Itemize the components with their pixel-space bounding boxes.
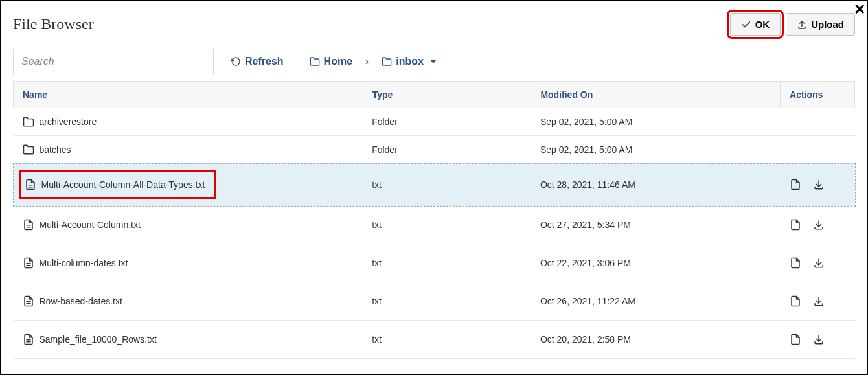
- upload-button-label: Upload: [811, 19, 844, 30]
- column-header-name[interactable]: Name: [14, 82, 363, 108]
- view-file-icon[interactable]: [790, 334, 801, 345]
- check-icon: [741, 19, 751, 30]
- folder-icon: [23, 116, 34, 128]
- file-name: batches: [40, 144, 71, 155]
- file-table: Name Type Modified On Actions archiveres…: [13, 81, 855, 359]
- file-icon: [23, 257, 34, 269]
- refresh-label: Refresh: [245, 56, 284, 67]
- file-name: Multi-Account-Column-All-Data-Types.txt: [41, 179, 205, 190]
- close-icon[interactable]: ✕: [854, 1, 865, 18]
- breadcrumb-chevron-icon: ›: [363, 56, 371, 67]
- row-actions: [790, 179, 846, 190]
- refresh-button[interactable]: Refresh: [227, 53, 288, 70]
- upload-button[interactable]: Upload: [786, 13, 855, 36]
- file-icon: [23, 295, 34, 307]
- folder-icon: [23, 144, 34, 155]
- current-folder-label: inbox: [396, 56, 424, 67]
- file-type: Folder: [363, 136, 531, 164]
- column-header-type[interactable]: Type: [363, 82, 531, 108]
- view-file-icon[interactable]: [790, 257, 801, 269]
- download-icon[interactable]: [813, 219, 825, 231]
- file-name: archiverestore: [40, 117, 97, 127]
- breadcrumb-current-folder[interactable]: inbox: [378, 53, 440, 70]
- file-name: Multi-column-dates.txt: [40, 258, 128, 268]
- header-buttons: OK Upload: [730, 13, 855, 36]
- table-row[interactable]: Multi-Account-Column.txttxtOct 27, 2021,…: [14, 206, 855, 244]
- search-input[interactable]: [13, 49, 214, 74]
- file-type: txt: [363, 206, 531, 244]
- row-actions: [790, 257, 846, 269]
- page-title: File Browser: [13, 16, 94, 33]
- header: File Browser OK Upload: [1, 1, 867, 42]
- file-modified: Oct 20, 2021, 2:58 PM: [531, 321, 781, 359]
- upload-icon: [797, 19, 807, 30]
- file-icon: [23, 219, 34, 231]
- refresh-icon: [231, 56, 241, 67]
- download-icon[interactable]: [813, 257, 825, 269]
- table-row[interactable]: Sample_file_10000_Rows.txttxtOct 20, 202…: [14, 321, 855, 359]
- table-row[interactable]: Row-based-dates.txttxtOct 26, 2021, 11:2…: [14, 282, 855, 321]
- file-modified: Sep 02, 2021, 5:00 AM: [531, 136, 781, 164]
- view-file-icon[interactable]: [790, 179, 801, 190]
- file-modified: Oct 28, 2021, 11:46 AM: [531, 164, 781, 206]
- view-file-icon[interactable]: [790, 219, 801, 231]
- row-actions: [790, 219, 846, 231]
- file-type: txt: [363, 282, 531, 321]
- file-type: txt: [363, 244, 531, 282]
- table-row[interactable]: batchesFolderSep 02, 2021, 5:00 AM: [14, 136, 855, 164]
- file-modified: Oct 27, 2021, 5:34 PM: [531, 206, 781, 244]
- file-modified: Oct 22, 2021, 3:06 PM: [531, 244, 781, 282]
- column-header-modified[interactable]: Modified On: [531, 82, 781, 108]
- ok-button[interactable]: OK: [730, 13, 781, 36]
- dropdown-caret-icon: [430, 60, 437, 63]
- table-row[interactable]: Multi-Account-Column-All-Data-Types.txtt…: [14, 164, 855, 206]
- toolbar: Refresh Home › inbox: [1, 42, 867, 81]
- file-type: Folder: [363, 108, 531, 136]
- file-modified: Oct 26, 2021, 11:22 AM: [531, 282, 781, 321]
- table-row[interactable]: Multi-column-dates.txttxtOct 22, 2021, 3…: [14, 244, 855, 282]
- folder-icon: [382, 56, 392, 67]
- table-row[interactable]: archiverestoreFolderSep 02, 2021, 5:00 A…: [14, 108, 855, 136]
- column-header-actions[interactable]: Actions: [781, 82, 855, 108]
- file-modified: Sep 02, 2021, 5:00 AM: [531, 108, 781, 136]
- breadcrumb-home[interactable]: Home: [306, 53, 356, 70]
- download-icon[interactable]: [813, 334, 825, 345]
- ok-button-label: OK: [755, 19, 770, 30]
- file-name: Row-based-dates.txt: [40, 296, 122, 306]
- row-actions: [790, 334, 846, 345]
- home-label: Home: [324, 56, 352, 67]
- folder-icon: [310, 56, 320, 67]
- row-actions: [790, 295, 846, 307]
- file-name: Multi-Account-Column.txt: [40, 220, 141, 230]
- view-file-icon[interactable]: [790, 295, 801, 307]
- download-icon[interactable]: [813, 295, 825, 307]
- file-type: txt: [363, 164, 531, 206]
- file-name: Sample_file_10000_Rows.txt: [40, 334, 157, 345]
- download-icon[interactable]: [813, 179, 825, 190]
- file-icon: [23, 334, 34, 345]
- file-icon: [25, 179, 36, 190]
- file-type: txt: [363, 321, 531, 359]
